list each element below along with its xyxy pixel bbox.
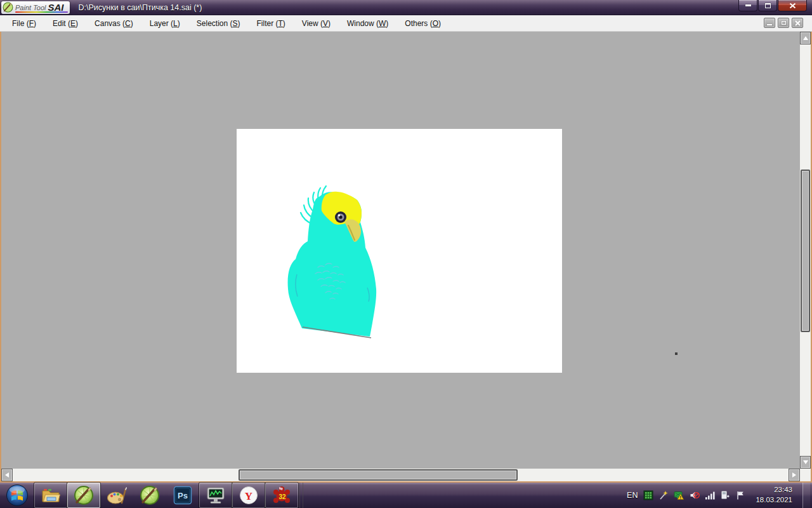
sai-icon [140,485,160,505]
mdi-minimize-icon [767,24,772,25]
sai-icon [74,485,94,505]
menu-view[interactable]: View (V) [294,16,339,31]
taskbar: Ps Y 32 EN 23:43 18.03.2021 [0,483,812,508]
photoshop-icon: Ps [173,486,192,505]
arrow-left-icon [5,472,9,478]
taskbar-separator [299,483,300,508]
bird-drawing [237,129,562,373]
mdi-close-icon [795,20,801,26]
taskbar-separator [303,483,303,508]
tray-grid-icon[interactable] [643,490,653,500]
taskbar-sai-button[interactable] [133,483,166,508]
menu-filter[interactable]: Filter (T) [249,16,294,31]
arrow-up-icon [803,36,808,40]
vertical-scroll-thumb[interactable] [801,170,810,332]
scroll-up-button[interactable] [800,32,811,44]
scroll-right-button[interactable] [789,469,800,481]
red-creature-icon: 32 [272,485,292,505]
menu-selection[interactable]: Selection (S) [188,16,249,31]
tray-monitor-warning-icon[interactable] [674,490,684,500]
app-logo: Paint Tool SAI [1,1,70,14]
workspace [0,32,812,483]
mdi-minimize-button[interactable] [764,18,775,28]
menu-canvas[interactable]: Canvas (C) [86,16,141,31]
menubar: File (F)Edit (E)Canvas (C)Layer (L)Selec… [0,15,812,32]
arrow-right-icon [792,472,796,478]
restore-icon [765,3,771,8]
taskbar-yandex-browser-button[interactable]: Y [232,483,265,508]
menu-edit[interactable]: Edit (E) [44,16,86,31]
mdi-window-controls [764,18,803,28]
tray-icons [643,490,745,500]
explorer-icon [41,485,61,505]
horizontal-scrollbar[interactable] [1,469,800,481]
start-orb-icon [6,484,29,507]
taskbar-sai-button[interactable] [67,483,100,508]
system-tray: EN 23:43 18.03.2021 [627,483,812,508]
yandex-browser-icon: Y [239,486,258,505]
clock[interactable]: 23:43 18.03.2021 [756,485,792,505]
taskbar-red-creature-button[interactable]: 32 [265,483,298,508]
scroll-left-button[interactable] [1,469,13,481]
minimize-button[interactable] [738,0,757,11]
clock-date: 18.03.2021 [756,495,792,505]
svg-text:Y: Y [245,490,252,502]
svg-text:32: 32 [278,493,286,500]
horizontal-scroll-thumb[interactable] [239,469,518,481]
arrow-down-icon [803,460,808,464]
tray-flag-icon[interactable] [735,490,745,500]
mdi-close-button[interactable] [792,18,803,28]
taskbar-palette-button[interactable] [100,483,133,508]
sai-logo-icon [3,2,13,13]
brand-prefix: Paint Tool [15,4,46,11]
stray-mark [675,352,678,355]
taskbar-explorer-button[interactable] [34,483,67,508]
palette-icon [107,485,127,505]
scrollbar-corner [800,469,811,481]
window-title: D:\Рисунки в саи\Птичка 14.sai (*) [79,3,202,12]
start-button[interactable] [0,483,34,508]
close-button[interactable] [778,0,807,11]
brand-name: SAI [48,3,64,12]
menu-items: File (F)Edit (E)Canvas (C)Layer (L)Selec… [4,16,449,31]
menu-others[interactable]: Others (O) [396,16,449,31]
close-icon [789,3,796,9]
eye-highlight [338,214,341,217]
tray-signal-bars-icon[interactable] [705,490,715,500]
menu-layer[interactable]: Layer (L) [141,16,188,31]
rainbow-underline [15,11,68,13]
window-controls [738,0,807,11]
taskbar-items: Ps Y 32 [0,483,304,508]
language-indicator[interactable]: EN [627,491,638,500]
system-monitor-icon [206,485,226,505]
tray-magic-wand-icon[interactable] [658,490,669,500]
clock-time: 23:43 [756,485,792,495]
vertical-scrollbar[interactable] [800,32,811,469]
taskbar-system-monitor-button[interactable] [199,483,232,508]
mdi-restore-button[interactable] [778,18,789,28]
minimize-icon [745,4,751,6]
tray-eject-device-icon[interactable] [720,490,730,500]
mdi-restore-icon [782,21,786,25]
svg-text:Ps: Ps [178,491,188,500]
drawing-canvas[interactable] [237,129,562,373]
titlebar: Paint Tool SAI D:\Рисунки в саи\Птичка 1… [0,0,812,15]
restore-button[interactable] [758,0,777,11]
menu-window[interactable]: Window (W) [339,16,396,31]
scroll-down-button[interactable] [800,456,811,469]
menu-file[interactable]: File (F) [4,16,44,31]
taskbar-photoshop-button[interactable]: Ps [166,483,199,508]
tray-volume-muted-icon[interactable] [690,490,700,500]
show-desktop-button[interactable] [802,483,810,508]
